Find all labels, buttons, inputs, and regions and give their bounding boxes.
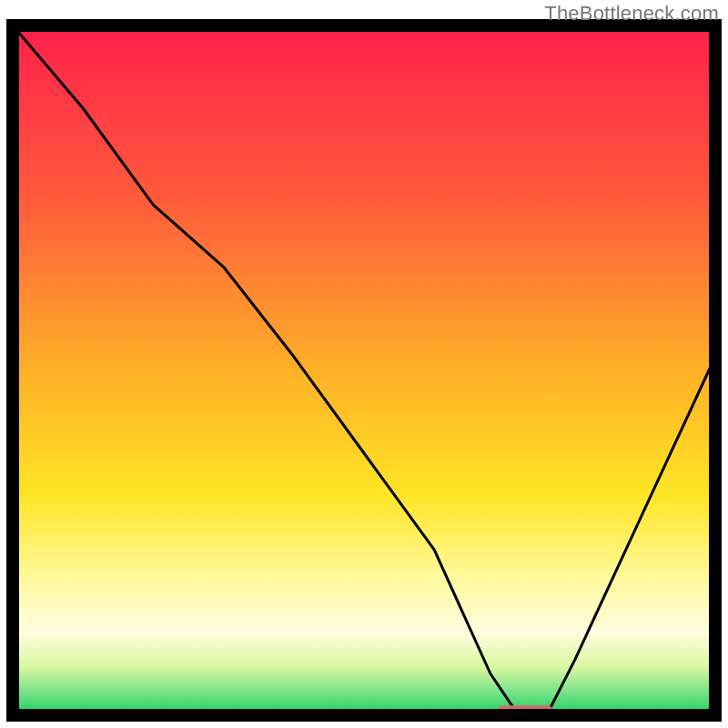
chart-background-gradient [13, 25, 715, 715]
watermark-text: TheBottleneck.com [544, 2, 719, 25]
bottleneck-chart: TheBottleneck.com [0, 0, 728, 728]
chart-svg [0, 0, 728, 728]
